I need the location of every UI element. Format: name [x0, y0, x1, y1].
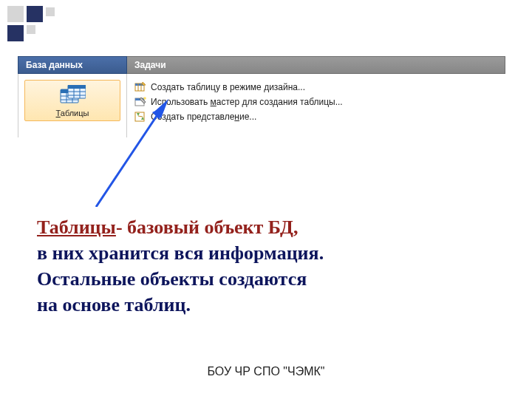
task-create-design[interactable]: Создать таблицу в режиме дизайна...	[134, 80, 498, 95]
task-label: Использовать мастер для создания таблицы…	[151, 97, 343, 107]
table-icon	[59, 85, 86, 107]
decorative-squares	[7, 6, 103, 43]
header-tasks-label: Задачи	[134, 60, 166, 70]
view-icon	[134, 111, 146, 123]
explanation-text: Таблицы- базовый объект БД, в них хранит…	[37, 214, 480, 318]
header-database-label: База данных	[26, 60, 83, 70]
tables-button-label: Таблицы	[25, 109, 120, 117]
svg-point-19	[143, 97, 146, 100]
term-tables: Таблицы	[37, 216, 116, 238]
svg-rect-7	[68, 85, 86, 89]
db-panel: База данных Задачи	[18, 55, 505, 138]
task-label: Создать таблицу в режиме дизайна...	[151, 82, 305, 92]
header-database: База данных	[18, 56, 127, 74]
tasks-list: Создать таблицу в режиме дизайна... Испо…	[127, 74, 505, 137]
svg-marker-16	[143, 82, 146, 85]
header-tasks: Задачи	[127, 56, 505, 74]
svg-rect-20	[135, 112, 144, 121]
tables-button[interactable]: Таблицы	[24, 80, 120, 121]
task-label: Создать представление...	[151, 112, 256, 122]
wizard-icon	[134, 96, 146, 108]
sidebar: Таблицы	[18, 74, 127, 137]
footer-text: БОУ ЧР СПО "ЧЭМК"	[0, 365, 532, 378]
task-create-view[interactable]: Создать представление...	[134, 109, 498, 124]
task-use-wizard[interactable]: Использовать мастер для создания таблицы…	[134, 95, 498, 109]
table-design-icon	[134, 81, 146, 93]
